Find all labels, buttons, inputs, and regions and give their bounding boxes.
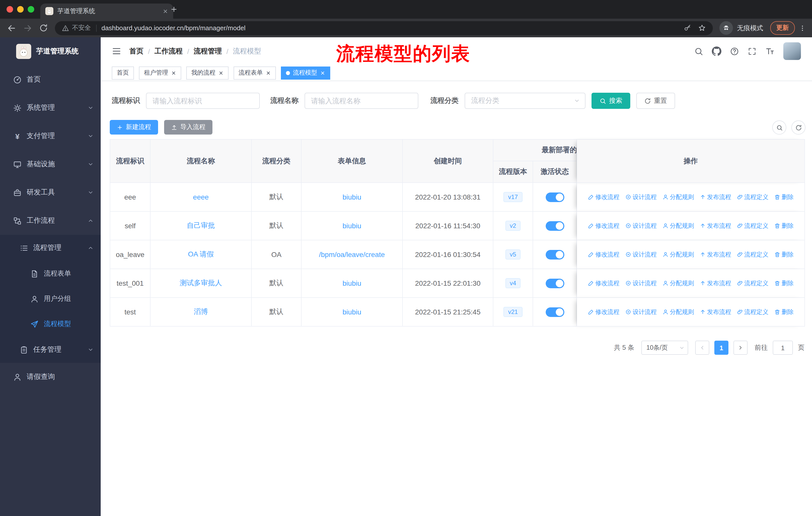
delete-link[interactable]: 删除 (774, 279, 794, 288)
window-minimize-button[interactable] (17, 6, 24, 12)
tag-home[interactable]: 首页 (112, 66, 134, 79)
browser-update-button[interactable]: 更新 (770, 21, 795, 35)
help-icon[interactable] (730, 47, 739, 56)
toggle-search-button[interactable] (772, 120, 786, 135)
tag-close-icon[interactable] (266, 70, 271, 75)
publish-process-link[interactable]: 发布流程 (699, 193, 731, 201)
publish-process-link[interactable]: 发布流程 (699, 221, 731, 230)
forward-button-icon[interactable] (23, 23, 32, 32)
form-info-link[interactable]: biubiu (343, 222, 361, 230)
publish-process-link[interactable]: 发布流程 (699, 279, 731, 288)
version-badge[interactable]: v5 (505, 249, 521, 260)
address-bar[interactable]: 不安全 dashboard.yudao.iocoder.cn/bpm/manag… (55, 21, 713, 35)
process-definition-link[interactable]: 流程定义 (737, 221, 768, 230)
incognito-badge[interactable]: 无痕模式 (719, 21, 763, 35)
version-badge[interactable]: v21 (504, 307, 523, 317)
process-name-link[interactable]: 自己审批 (187, 221, 215, 230)
sidebar-item-task-management[interactable]: 任务管理 (0, 336, 101, 363)
edit-process-link[interactable]: 修改流程 (588, 250, 619, 259)
refresh-table-button[interactable] (791, 120, 806, 135)
tag-close-icon[interactable] (219, 70, 224, 75)
design-process-link[interactable]: 设计流程 (625, 221, 657, 230)
sidebar-item-leave-query[interactable]: 请假查询 (0, 363, 101, 391)
active-toggle[interactable] (546, 250, 564, 259)
design-process-link[interactable]: 设计流程 (625, 279, 657, 288)
page-size-select[interactable]: 10条/页 (641, 341, 688, 355)
sidebar-item-infrastructure[interactable]: 基础设施 (0, 150, 101, 179)
tag-close-icon[interactable] (171, 70, 176, 75)
github-icon[interactable] (712, 46, 721, 56)
sidebar-item-home[interactable]: 首页 (0, 65, 101, 94)
process-name-input[interactable] (304, 93, 418, 109)
assign-rule-link[interactable]: 分配规则 (662, 221, 694, 230)
process-definition-link[interactable]: 流程定义 (737, 279, 768, 288)
sidebar-item-process-model[interactable]: 流程模型 (0, 311, 101, 336)
process-definition-link[interactable]: 流程定义 (737, 193, 768, 201)
search-button[interactable]: 搜索 (591, 93, 630, 109)
form-info-link[interactable]: biubiu (343, 193, 361, 201)
assign-rule-link[interactable]: 分配规则 (662, 279, 694, 288)
next-page-button[interactable] (733, 341, 748, 355)
user-avatar[interactable] (783, 42, 801, 60)
hamburger-icon[interactable] (112, 46, 121, 56)
edit-process-link[interactable]: 修改流程 (588, 279, 619, 288)
sidebar-item-devtools[interactable]: 研发工具 (0, 179, 101, 207)
create-process-button[interactable]: 新建流程 (110, 120, 158, 135)
search-icon[interactable] (694, 47, 703, 56)
version-badge[interactable]: v4 (505, 278, 521, 289)
process-category-select[interactable]: 流程分类 (465, 93, 585, 109)
window-zoom-button[interactable] (28, 6, 34, 12)
import-process-button[interactable]: 导入流程 (164, 120, 212, 135)
sidebar-item-process-form[interactable]: 流程表单 (0, 261, 101, 286)
delete-link[interactable]: 删除 (774, 308, 794, 316)
browser-menu-icon[interactable] (799, 24, 806, 31)
edit-process-link[interactable]: 修改流程 (588, 193, 619, 201)
browser-tab[interactable]: 芋道管理系统 (40, 3, 173, 19)
edit-process-link[interactable]: 修改流程 (588, 221, 619, 230)
process-id-input[interactable] (146, 93, 260, 109)
page-number-button[interactable]: 1 (714, 341, 728, 355)
goto-page-input[interactable] (773, 341, 793, 355)
design-process-link[interactable]: 设计流程 (625, 193, 657, 201)
tag-tenant-management[interactable]: 租户管理 (139, 66, 181, 79)
breadcrumb-process-management[interactable]: 流程管理 (194, 47, 222, 56)
sidebar-item-payment[interactable]: ¥ 支付管理 (0, 122, 101, 150)
sidebar-item-system[interactable]: 系统管理 (0, 94, 101, 122)
delete-link[interactable]: 删除 (774, 221, 794, 230)
publish-process-link[interactable]: 发布流程 (699, 308, 731, 316)
font-size-icon[interactable] (765, 46, 775, 56)
version-badge[interactable]: v2 (505, 221, 521, 231)
active-toggle[interactable] (546, 221, 564, 230)
window-close-button[interactable] (6, 6, 13, 12)
active-toggle[interactable] (546, 278, 564, 288)
active-toggle[interactable] (546, 192, 564, 202)
process-name-link[interactable]: OA 请假 (188, 250, 214, 259)
publish-process-link[interactable]: 发布流程 (699, 250, 731, 259)
new-tab-button[interactable] (170, 5, 178, 13)
back-button-icon[interactable] (7, 23, 16, 32)
sidebar-item-user-group[interactable]: 用户分组 (0, 286, 101, 311)
process-definition-link[interactable]: 流程定义 (737, 250, 768, 259)
design-process-link[interactable]: 设计流程 (625, 308, 657, 316)
edit-process-link[interactable]: 修改流程 (588, 308, 619, 316)
assign-rule-link[interactable]: 分配规则 (662, 308, 694, 316)
design-process-link[interactable]: 设计流程 (625, 250, 657, 259)
tag-process-form[interactable]: 流程表单 (234, 66, 276, 79)
process-definition-link[interactable]: 流程定义 (737, 308, 768, 316)
sidebar-item-process-management[interactable]: 流程管理 (0, 235, 101, 261)
tab-close-icon[interactable] (163, 8, 168, 14)
app-logo[interactable]: 芋道管理系统 (0, 37, 101, 65)
prev-page-button[interactable] (695, 341, 709, 355)
form-info-link[interactable]: biubiu (343, 308, 361, 316)
assign-rule-link[interactable]: 分配规则 (662, 250, 694, 259)
reload-button-icon[interactable] (39, 24, 48, 32)
tag-my-process[interactable]: 我的流程 (186, 66, 229, 79)
process-name-link[interactable]: 滔博 (194, 307, 208, 317)
delete-link[interactable]: 删除 (774, 193, 794, 201)
form-info-link[interactable]: biubiu (343, 279, 361, 287)
sidebar-item-workflow[interactable]: 工作流程 (0, 207, 101, 235)
process-name-link[interactable]: eeee (193, 193, 209, 201)
active-toggle[interactable] (546, 307, 564, 317)
bookmark-star-icon[interactable] (698, 24, 706, 32)
password-key-icon[interactable] (684, 24, 691, 32)
